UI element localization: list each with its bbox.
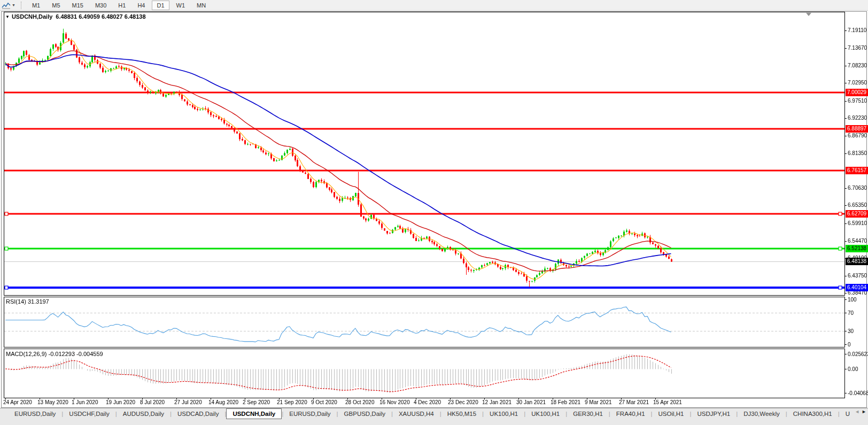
macd-indicator-label: MACD(12,26,9) -0.012293 -0.004559 xyxy=(6,351,103,357)
chart-tab-u[interactable]: U xyxy=(840,408,856,419)
chart-title: ▼USDCNH,Daily6.48831 6.49059 6.48027 6.4… xyxy=(5,13,146,20)
x-axis-date-label: 2 Sep 2020 xyxy=(243,399,270,405)
tab-scroll-arrows: ◄ ► xyxy=(855,409,866,414)
y-axis-tick: 6.81350 xyxy=(848,150,867,156)
chart-tab-xauusd-h4[interactable]: XAUUSD,H4 xyxy=(393,408,440,419)
price-line-badge: 6.52138 xyxy=(846,245,868,252)
x-axis-date-label: 9 Mar 2021 xyxy=(585,399,612,405)
chart-tab-hk50-m15[interactable]: HK50,M15 xyxy=(441,408,482,419)
y-axis-tick: 6.43750 xyxy=(848,273,867,279)
chart-tab-fra40-h1[interactable]: FRA40,H1 xyxy=(610,408,651,419)
rsi-scale-tick: 100 xyxy=(848,297,857,303)
timeframe-buttons: M1M5M15M30H1H4D1W1MN xyxy=(26,1,212,10)
price-line-badge: 6.40104 xyxy=(846,284,868,291)
rsi-value: 31.3197 xyxy=(28,298,49,305)
y-axis-tick: 6.86790 xyxy=(848,133,867,138)
x-axis-date-label: 19 Jun 2020 xyxy=(106,399,135,405)
chart-tab-audusd-daily[interactable]: AUDUSD,Daily xyxy=(117,408,170,419)
x-axis-date-label: 27 Jul 2020 xyxy=(174,399,202,405)
chart-tab-gbpusd-daily[interactable]: GBPUSD,Daily xyxy=(338,408,391,419)
y-axis-tick: 6.54470 xyxy=(848,238,867,244)
chart-tab-usdjpy-h1[interactable]: USDJPY,H1 xyxy=(691,408,736,419)
rsi-scale-tick: 70 xyxy=(848,310,854,316)
y-axis-tick: 7.19110 xyxy=(848,27,866,33)
timeframe-button-MN[interactable]: MN xyxy=(192,1,211,10)
y-axis-tick: 7.13670 xyxy=(848,45,867,51)
x-axis-date-label: 8 Jul 2020 xyxy=(140,399,165,405)
x-axis-date-label: 27 Mar 2021 xyxy=(619,399,649,405)
chart-tab-usoil-h1[interactable]: USOil,H1 xyxy=(653,408,690,419)
x-axis-date-label: 13 May 2020 xyxy=(37,399,68,405)
macd-scale-tick: 0.025623 xyxy=(848,351,868,357)
chart-tab-eurusd-daily[interactable]: EURUSD,Daily xyxy=(283,408,336,419)
x-axis-date-label: 4 Dec 2020 xyxy=(414,399,441,405)
x-axis-date-label: 23 Dec 2020 xyxy=(448,399,478,405)
y-axis-tick: 7.08230 xyxy=(848,63,867,68)
price-line-badge: 7.00029 xyxy=(846,89,868,96)
timeframe-button-M1[interactable]: M1 xyxy=(27,1,45,10)
chart-tab-usdcad-daily[interactable]: USDCAD,Daily xyxy=(172,408,224,419)
y-axis-tick: 7.02950 xyxy=(848,80,867,86)
y-axis-tick: 6.70630 xyxy=(848,185,867,191)
collapse-arrow-icon[interactable]: ▼ xyxy=(5,14,10,19)
timeframe-button-H4[interactable]: H4 xyxy=(133,1,150,10)
x-axis-date-label: 15 Apr 2021 xyxy=(653,399,682,405)
x-axis-date-label: 9 Oct 2020 xyxy=(311,399,337,405)
price-line-badge: 6.88897 xyxy=(846,125,868,133)
rsi-indicator-label: RSI(14) 31.3197 xyxy=(6,298,49,305)
mt4-terminal: ▼ M1M5M15M30H1H4D1W1MN ▼USDCNH,Daily6.48… xyxy=(0,0,868,425)
x-axis-date-label: 12 Jan 2021 xyxy=(482,399,511,405)
chart-tab-ger30-h1[interactable]: GER30,H1 xyxy=(567,408,609,419)
macd-scale-tick: 0.00 xyxy=(848,366,858,372)
x-axis-date-label: 18 Feb 2021 xyxy=(551,399,580,405)
y-axis-tick: 6.97510 xyxy=(848,98,867,104)
y-axis-tick: 6.92230 xyxy=(848,115,867,121)
y-axis-tick: 6.65350 xyxy=(848,202,867,208)
chart-ohlc-values: 6.48831 6.49059 6.48027 6.48138 xyxy=(56,13,145,20)
chart-tab-dj30-weekly[interactable]: DJ30,Weekly xyxy=(738,408,786,419)
timeframe-button-D1[interactable]: D1 xyxy=(152,1,169,10)
macd-scale-tick: -0.040687 xyxy=(848,390,868,396)
chart-tool-icon[interactable] xyxy=(2,2,11,9)
x-axis-date-label: 14 Aug 2020 xyxy=(208,399,238,405)
rsi-scale-tick: 30 xyxy=(848,328,854,334)
chart-tab-bar: EURUSD,Daily|USDCHF,Daily|AUDUSD,Daily|U… xyxy=(0,408,868,419)
macd-signal-value: -0.004559 xyxy=(76,351,103,357)
timeframe-button-H1[interactable]: H1 xyxy=(113,1,130,10)
toolbar-gripper xyxy=(21,2,21,9)
x-axis-date-label: 28 Oct 2020 xyxy=(345,399,374,405)
x-axis-date-label: 24 Apr 2020 xyxy=(3,399,32,405)
price-chart-canvas[interactable] xyxy=(0,0,868,425)
x-axis-date-label: 21 Sep 2020 xyxy=(277,399,307,405)
chart-tab-eurusd-daily[interactable]: EURUSD,Daily xyxy=(9,408,61,419)
x-axis-date-label: 30 Jan 2021 xyxy=(516,399,546,405)
chart-tab-uk100-h1[interactable]: UK100,H1 xyxy=(525,408,565,419)
price-line-badge: 6.76157 xyxy=(846,167,868,174)
chart-symbol-label: USDCNH,Daily xyxy=(12,13,52,20)
timeframe-button-M5[interactable]: M5 xyxy=(47,1,65,10)
tab-scroll-left-icon[interactable]: ◄ xyxy=(855,409,859,414)
timeframe-button-M15[interactable]: M15 xyxy=(67,1,88,10)
x-axis-date-label: 16 Nov 2020 xyxy=(379,399,410,405)
chart-tab-usdcnh-daily[interactable]: USDCNH,Daily xyxy=(226,408,282,419)
timeframe-toolbar: ▼ M1M5M15M30H1H4D1W1MN xyxy=(0,0,868,11)
y-axis-tick: 6.59910 xyxy=(848,220,867,226)
bid-price-badge: 6.48138 xyxy=(846,258,868,265)
price-line-badge: 6.62709 xyxy=(846,210,868,218)
chart-tab-china300-h1[interactable]: CHINA300,H1 xyxy=(787,408,838,419)
chart-tab-uk100-h1[interactable]: UK100,H1 xyxy=(484,408,524,419)
x-axis-date-label: 1 Jun 2020 xyxy=(72,399,98,405)
rsi-scale-tick: 0 xyxy=(848,342,851,347)
rsi-name: RSI(14) xyxy=(6,298,26,305)
dropdown-arrow-icon[interactable]: ▼ xyxy=(12,3,15,7)
macd-main-value: -0.012293 xyxy=(48,351,75,357)
tab-scroll-right-icon[interactable]: ► xyxy=(862,409,866,414)
timeframe-button-M30[interactable]: M30 xyxy=(90,1,111,10)
timeframe-button-W1[interactable]: W1 xyxy=(172,1,190,10)
macd-name: MACD(12,26,9) xyxy=(6,351,46,357)
status-bar xyxy=(0,419,868,425)
chart-tab-usdchf-daily[interactable]: USDCHF,Daily xyxy=(63,408,115,419)
